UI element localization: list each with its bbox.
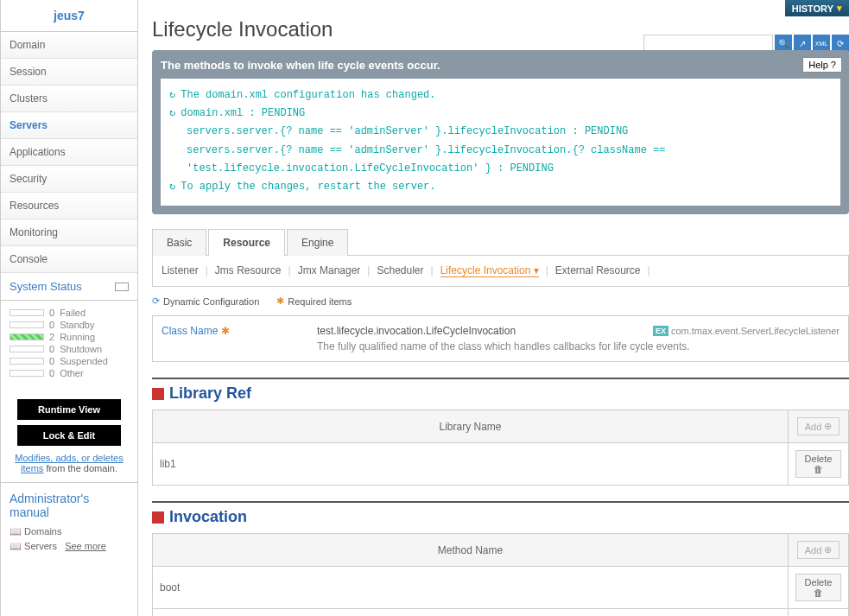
brand-logo[interactable]: jeus7 (1, 0, 137, 32)
dynamic-icon: ⟳ (152, 295, 160, 307)
nav-security[interactable]: Security (1, 166, 137, 193)
info-line: servers.server.{? name == 'adminServer' … (187, 143, 666, 159)
subtab-listener[interactable]: Listener (162, 264, 199, 277)
subtab-external-resource[interactable]: External Resource (555, 264, 641, 277)
refresh-icon[interactable]: ⟳ (832, 35, 849, 52)
nav-session[interactable]: Session (1, 59, 137, 86)
manual-title: Administrator's manual (10, 492, 129, 519)
cycle-icon: ↻ (169, 87, 175, 104)
tab-engine[interactable]: Engine (287, 229, 348, 256)
status-bar-icon (10, 309, 44, 316)
tab-resource[interactable]: Resource (208, 229, 285, 256)
row-value: boot (153, 567, 789, 609)
status-failed: 0Failed (10, 308, 129, 318)
manual-servers[interactable]: 📖 Servers See more (10, 539, 129, 554)
tab-basic[interactable]: Basic (152, 229, 206, 256)
status-shutdown: 0Shutdown (10, 344, 129, 354)
manual-domains[interactable]: 📖 Domains (10, 524, 129, 539)
row-value: lib1 (153, 443, 789, 486)
library-ref-title: Library Ref (152, 378, 849, 403)
nav-monitoring[interactable]: Monitoring (1, 219, 137, 246)
help-button[interactable]: Help ? (802, 57, 842, 73)
status-bar-icon (10, 346, 44, 352)
info-line: domain.xml : PENDING (181, 105, 305, 122)
status-bar-icon (10, 370, 44, 377)
chevron-down-icon: ▾ (837, 3, 842, 14)
system-status-header: System Status (1, 273, 137, 301)
class-name-example: EXcom.tmax.event.ServerLifecycleListener (653, 326, 839, 336)
delete-button[interactable]: Delete 🗑 (795, 574, 841, 601)
info-line: To apply the changes, restart the server… (181, 179, 435, 195)
search-icon[interactable]: 🔍 (775, 35, 792, 52)
nav-console[interactable]: Console (1, 246, 137, 273)
nav-clusters[interactable]: Clusters (1, 86, 137, 112)
table-row[interactable]: lib1Delete 🗑 (153, 443, 849, 486)
library-name-header: Library Name (153, 410, 789, 443)
export-icon[interactable]: ↗ (794, 35, 811, 52)
edit-text: from the domain. (43, 463, 117, 473)
ex-badge: EX (653, 326, 668, 336)
add-invocation-button[interactable]: Add ⊕ (797, 541, 840, 559)
history-button[interactable]: HISTORY ▾ (785, 0, 849, 16)
nav-servers[interactable]: Servers (1, 112, 137, 139)
row-value: before_deploy (153, 609, 789, 616)
add-library-button[interactable]: Add ⊕ (797, 417, 840, 435)
subtab-jms-resource[interactable]: Jms Resource (215, 264, 282, 277)
subtab-jmx-manager[interactable]: Jmx Manager (298, 264, 361, 277)
class-name-label: Class Name✱ (162, 325, 317, 337)
info-line: servers.server.{? name == 'adminServer' … (187, 124, 628, 140)
monitor-icon (115, 283, 129, 291)
method-name-header: Method Name (153, 534, 789, 567)
status-bar-icon (10, 358, 44, 365)
status-running: 2Running (10, 332, 129, 342)
cycle-icon: ↻ (169, 105, 175, 122)
legend-dynamic: Dynamic Configuration (163, 296, 259, 307)
see-more-link[interactable]: See more (65, 541, 106, 551)
info-line: 'test.lifecycle.invocation.LifeCycleInvo… (187, 161, 554, 177)
subtab-scheduler[interactable]: Scheduler (377, 264, 423, 277)
status-suspended: 0Suspended (10, 356, 129, 366)
status-bar-icon (10, 321, 44, 328)
xml-icon[interactable]: XML (813, 35, 830, 52)
class-name-desc: The fully qualified name of the class wh… (317, 340, 839, 352)
search-input[interactable] (643, 35, 773, 52)
nav-resources[interactable]: Resources (1, 193, 137, 219)
runtime-view-button[interactable]: Runtime View (17, 399, 121, 420)
delete-button[interactable]: Delete 🗑 (795, 450, 841, 478)
nav-domain[interactable]: Domain (1, 32, 137, 59)
status-standby: 0Standby (10, 320, 129, 330)
status-other: 0Other (10, 368, 129, 378)
table-row[interactable]: before_deployDelete 🗑 (153, 609, 849, 616)
info-line: The domain.xml configuration has changed… (181, 87, 435, 104)
info-title: The methods to invoke when life cycle ev… (161, 59, 840, 72)
nav-applications[interactable]: Applications (1, 139, 137, 166)
status-bar-icon (10, 333, 44, 340)
table-row[interactable]: bootDelete 🗑 (153, 567, 849, 609)
section-marker-icon (152, 511, 164, 524)
subtab-lifecycle-invocation[interactable]: Lifecycle Invocation ▾ (440, 264, 539, 277)
required-star-icon: ✱ (221, 325, 230, 337)
section-marker-icon (152, 388, 164, 400)
required-icon: ✱ (276, 295, 284, 307)
invocation-title: Invocation (152, 501, 849, 526)
lock-edit-button[interactable]: Lock & Edit (17, 425, 121, 446)
cycle-icon: ↻ (169, 179, 175, 195)
legend-required: Required items (288, 296, 352, 307)
class-name-value: test.lifecycle.invocation.LifeCycleInvoc… (317, 325, 516, 337)
